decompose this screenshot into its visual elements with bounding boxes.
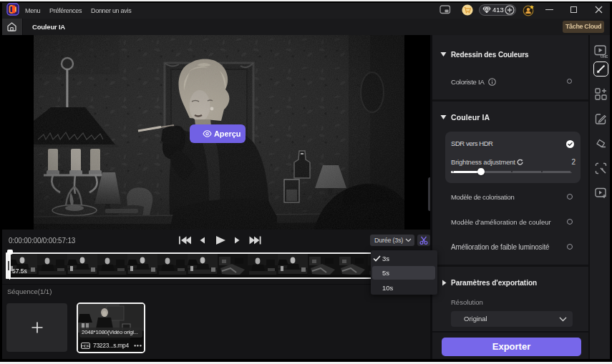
svg-text:UHD: UHD (601, 54, 608, 58)
